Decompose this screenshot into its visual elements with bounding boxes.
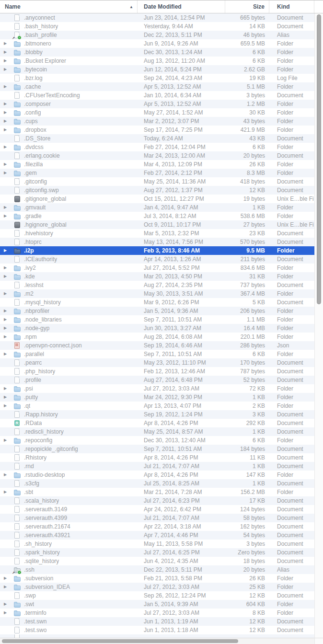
- disclosure-triangle-icon[interactable]: ▶: [3, 402, 13, 410]
- disclosure-triangle-icon[interactable]: ▶: [3, 143, 13, 151]
- table-row[interactable]: .serverauth.3149Apr 24, 2012, 6:42 PM124…: [0, 505, 314, 514]
- table-row[interactable]: ▶.gemFeb 27, 2014, 2:12 PM8.3 MBFolder: [0, 169, 314, 177]
- disclosure-triangle-icon[interactable]: ▶: [3, 350, 13, 358]
- disclosure-triangle-icon[interactable]: ▶: [3, 436, 13, 445]
- table-row[interactable]: .lesshstAug 27, 2014, 2:35 PM737 bytesDo…: [0, 281, 314, 289]
- table-row[interactable]: .openvpn-connect.jsonSep 19, 2014, 6:46 …: [0, 341, 314, 350]
- vertical-scrollbar-track[interactable]: [314, 13, 323, 638]
- table-row[interactable]: .scala_historyJul 27, 2014, 6:23 PM17 KB…: [0, 496, 314, 505]
- table-row[interactable]: .bzr.logSep 24, 2014, 4:23 AM19 KBLog Fi…: [0, 74, 314, 82]
- table-row[interactable]: .RDataApr 8, 2014, 4:26 PM292 KBDocument: [0, 419, 314, 427]
- table-row[interactable]: ▶.m2May 30, 2013, 3:51 AM367.4 MBFolder: [0, 289, 314, 298]
- table-row[interactable]: ▶.dvdcssFeb 27, 2014, 12:04 PM6 KBFolder: [0, 143, 314, 151]
- column-header-kind[interactable]: Kind: [269, 0, 314, 13]
- table-row[interactable]: .ICEauthorityApr 14, 2013, 1:26 AM211 by…: [0, 255, 314, 264]
- table-row[interactable]: ▶.ivy2Jul 27, 2014, 5:52 PM834.6 MBFolde…: [0, 264, 314, 272]
- table-row[interactable]: ↗✓.sshDec 22, 2013, 5:11 PM20 bytesAlias: [0, 565, 314, 574]
- table-row[interactable]: .erlang.cookieMar 24, 2013, 12:00 AM20 b…: [0, 151, 314, 160]
- table-row[interactable]: ▶.rstudio-desktopApr 8, 2014, 4:26 PM147…: [0, 471, 314, 479]
- disclosure-triangle-icon[interactable]: ▶: [3, 117, 13, 126]
- table-row[interactable]: ▶.parallelSep 7, 2011, 10:51 AM6 KBFolde…: [0, 350, 314, 358]
- disclosure-triangle-icon[interactable]: ▶: [3, 384, 13, 393]
- disclosure-triangle-icon[interactable]: ▶: [3, 65, 13, 74]
- table-row[interactable]: ▶.gmvaultJan 4, 2014, 9:47 AM1 KBFolder: [0, 203, 314, 212]
- table-row[interactable]: .gitignore_globalOct 15, 2011, 12:27 PM1…: [0, 195, 314, 203]
- table-row-partial[interactable]: [0, 634, 314, 638]
- table-row[interactable]: ▶.qtApr 13, 2013, 4:07 PM2 KBFolder: [0, 402, 314, 410]
- table-row[interactable]: ▶.terminfoJul 27, 2012, 3:03 AM8 KBFolde…: [0, 609, 314, 617]
- table-row[interactable]: ▶.psiJul 27, 2012, 3:03 AM72 KBFolder: [0, 384, 314, 393]
- table-row[interactable]: ▶.cupsMar 2, 2012, 3:07 PM43 bytesFolder: [0, 117, 314, 126]
- table-row[interactable]: .spark_historyJul 27, 2014, 6:25 PMZero …: [0, 548, 314, 557]
- horizontal-scrollbar-thumb[interactable]: [2, 639, 238, 643]
- table-row[interactable]: .Rapp.historySep 19, 2012, 1:24 PM3 KBDo…: [0, 410, 314, 419]
- disclosure-triangle-icon[interactable]: ▶: [3, 324, 13, 333]
- table-row[interactable]: ▶.nbprofilerJan 5, 2014, 9:36 AM206 byte…: [0, 307, 314, 315]
- table-row[interactable]: .gitconfig.swpAug 27, 2012, 1:37 PM12 KB…: [0, 186, 314, 195]
- table-row[interactable]: .php_historyFeb 12, 2013, 12:46 AM787 by…: [0, 367, 314, 376]
- table-row[interactable]: ▶.bitmoneroJun 9, 2014, 9:26 AM659.5 MBF…: [0, 39, 314, 48]
- disclosure-triangle-icon[interactable]: ▶: [3, 609, 13, 617]
- disclosure-triangle-icon[interactable]: ▶: [3, 574, 13, 583]
- disclosure-triangle-icon[interactable]: ▶: [3, 246, 13, 255]
- table-row[interactable]: .pearrcMay 23, 2012, 11:10 PM170 bytesDo…: [0, 358, 314, 367]
- table-row[interactable]: .sqlite_historyJun 4, 2012, 4:35 AM18 by…: [0, 557, 314, 565]
- table-row[interactable]: .rediscli_historyMay 25, 2014, 8:57 AM1 …: [0, 427, 314, 436]
- table-row[interactable]: ▶.puttyMar 24, 2012, 9:30 PM1 KBFolder: [0, 393, 314, 402]
- table-row[interactable]: .serverauth.43921Apr 7, 2014, 4:46 PM54 …: [0, 531, 314, 540]
- disclosure-triangle-icon[interactable]: ▶: [3, 203, 13, 212]
- table-row[interactable]: .gitconfigMay 25, 2014, 11:36 AM418 byte…: [0, 177, 314, 186]
- table-row[interactable]: ▶.dropboxSep 17, 2014, 7:25 PM421.9 MBFo…: [0, 126, 314, 134]
- disclosure-triangle-icon[interactable]: ▶: [3, 169, 13, 177]
- table-row[interactable]: .DS_StoreToday, 6:24 AM43 KBDocument: [0, 134, 314, 143]
- table-row[interactable]: .hivehistoryMar 5, 2013, 2:32 PM23 KBDoc…: [0, 229, 314, 238]
- table-row[interactable]: ▶.cacheApr 5, 2013, 12:52 AM5.1 MBFolder: [0, 82, 314, 91]
- table-row[interactable]: ▶.bytecoinJun 12, 2014, 5:24 PM2.62 GBFo…: [0, 65, 314, 74]
- table-row[interactable]: ▶.composerApr 5, 2013, 12:52 AM1.2 MBFol…: [0, 100, 314, 108]
- table-row[interactable]: ▶.kdeMar 20, 2013, 4:50 PM31 KBFolder: [0, 272, 314, 281]
- disclosure-triangle-icon[interactable]: ▶: [3, 272, 13, 281]
- disclosure-triangle-icon[interactable]: ▶: [3, 600, 13, 609]
- disclosure-triangle-icon[interactable]: ▶: [3, 212, 13, 220]
- table-row[interactable]: .serverauth.4399Jul 21, 2014, 7:07 AM58 …: [0, 514, 314, 522]
- table-row[interactable]: .RhistoryApr 8, 2014, 4:26 PM11 KBDocume…: [0, 453, 314, 462]
- disclosure-triangle-icon[interactable]: ▶: [3, 57, 13, 65]
- table-row[interactable]: ▶.node_librariesSep 7, 2011, 10:51 AM1.1…: [0, 315, 314, 324]
- disclosure-triangle-icon[interactable]: ▶: [3, 160, 13, 169]
- table-row[interactable]: ↗✓.bash_profileDec 22, 2013, 5:11 PM46 b…: [0, 31, 314, 39]
- disclosure-triangle-icon[interactable]: ▶: [3, 39, 13, 48]
- disclosure-triangle-icon[interactable]: ▶: [3, 126, 13, 134]
- table-row[interactable]: .bash_historyYesterday, 9:44 AM14 KBDocu…: [0, 22, 314, 31]
- table-row[interactable]: .repopickle_.gitconfigSep 7, 2011, 10:51…: [0, 445, 314, 453]
- table-row[interactable]: ▶.npmAug 28, 2014, 6:08 AM220.1 MBFolder: [0, 333, 314, 341]
- table-row[interactable]: ▶.gradleJul 3, 2014, 8:12 AM538.6 MBFold…: [0, 212, 314, 220]
- table-row[interactable]: .rndJul 21, 2014, 7:07 AM1 KBDocument: [0, 462, 314, 471]
- disclosure-triangle-icon[interactable]: ▶: [3, 82, 13, 91]
- disclosure-triangle-icon[interactable]: ▶: [3, 108, 13, 117]
- table-row[interactable]: ▶.subversionFeb 21, 2013, 5:58 PM26 KBFo…: [0, 574, 314, 583]
- table-row[interactable]: .sh_historyMay 11, 2013, 5:58 PM3 bytesD…: [0, 540, 314, 548]
- table-row[interactable]: .profileAug 27, 2014, 6:48 PM52 bytesDoc…: [0, 376, 314, 384]
- disclosure-triangle-icon[interactable]: ▶: [3, 333, 13, 341]
- column-header-name[interactable]: Name ▲: [0, 0, 138, 13]
- table-row[interactable]: ▶.configMay 27, 2014, 1:52 AM30 KBFolder: [0, 108, 314, 117]
- table-row[interactable]: .htoprcMay 13, 2014, 7:56 PM570 bytesDoc…: [0, 238, 314, 246]
- disclosure-triangle-icon[interactable]: ▶: [3, 289, 13, 298]
- table-row[interactable]: .hgignore_globalOct 9, 2011, 10:17 PM27 …: [0, 220, 314, 229]
- table-row[interactable]: ▶.Bucket ExplorerAug 13, 2012, 11:20 AM6…: [0, 57, 314, 65]
- column-header-date-modified[interactable]: Date Modified: [138, 0, 225, 13]
- table-row[interactable]: .serverauth.21674Apr 22, 2014, 3:18 AM16…: [0, 522, 314, 531]
- table-row[interactable]: .test.swoJun 1, 2013, 1:18 AM12 KBDocume…: [0, 626, 314, 634]
- horizontal-scrollbar-track[interactable]: [0, 638, 314, 644]
- disclosure-triangle-icon[interactable]: ▶: [3, 264, 13, 272]
- table-row[interactable]: ▶.sbtMar 21, 2014, 7:28 AM156.2 MBFolder: [0, 488, 314, 496]
- disclosure-triangle-icon[interactable]: ▶: [3, 471, 13, 479]
- disclosure-triangle-icon[interactable]: ▶: [3, 315, 13, 324]
- table-row[interactable]: .mysql_historyMar 9, 2012, 6:26 PM5 KBDo…: [0, 298, 314, 307]
- column-header-size[interactable]: Size: [225, 0, 269, 13]
- table-row[interactable]: ▶.blobbyDec 30, 2013, 1:24 AM6 KBFolder: [0, 48, 314, 57]
- disclosure-triangle-icon[interactable]: ▶: [3, 583, 13, 591]
- table-row[interactable]: ▶.swtJan 5, 2014, 9:39 AM604 KBFolder: [0, 600, 314, 609]
- table-row[interactable]: .swpSep 26, 2012, 12:24 PM12 KBDocument: [0, 591, 314, 600]
- vertical-scrollbar-thumb[interactable]: [317, 14, 321, 304]
